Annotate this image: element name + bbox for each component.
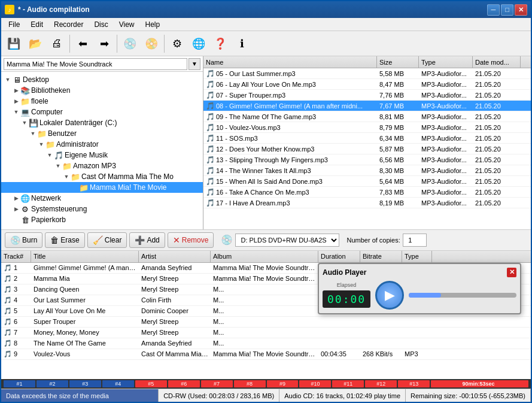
tree-item-desktop[interactable]: ▼ 🖥 Desktop <box>1 74 203 85</box>
clear-button[interactable]: 🧹 Clear <box>87 232 127 248</box>
tree-expand-netzwerk[interactable]: ▶ <box>12 194 20 202</box>
remove-button[interactable]: ✕ Remove <box>168 232 214 248</box>
tree-expand-amazonmp3[interactable]: ▼ <box>54 162 62 170</box>
tree-item-mammamia[interactable]: 📁 Mamma Mia! The Movie <box>1 182 203 193</box>
info-button[interactable]: ℹ <box>232 34 252 54</box>
track-row[interactable]: 🎵 6 Super Trouper Meryl Streep M... <box>1 317 531 328</box>
track-col-album[interactable]: Album <box>211 251 318 262</box>
track-cell-title: The Name Of The Game <box>31 340 139 347</box>
tree-item-lokaler[interactable]: ▼ 💾 Lokaler Datenträger (C:) <box>1 117 203 128</box>
burn-button[interactable]: 💿 Burn <box>5 232 42 248</box>
file-row[interactable]: 🎵11 - SOS.mp3 6,34 MB MP3-Audiofor... 21… <box>203 133 531 144</box>
play-button[interactable]: ▶ <box>375 281 404 310</box>
file-row[interactable]: 🎵17 - I Have A Dream.mp3 8,19 MB MP3-Aud… <box>203 198 531 208</box>
path-input[interactable] <box>4 58 187 70</box>
menu-help[interactable]: Help <box>141 19 165 30</box>
track-cell-artist: Dominic Cooper <box>139 307 211 314</box>
player-progress-bar[interactable] <box>409 293 516 298</box>
track-col-duration[interactable]: Duration <box>318 251 360 262</box>
tree-expand-systemsteuerung[interactable]: ▶ <box>12 205 20 213</box>
file-row[interactable]: 🎵07 - Super Trouper.mp3 7,76 MB MP3-Audi… <box>203 90 531 101</box>
remove-icon: ✕ <box>173 235 180 245</box>
file-row[interactable]: 🎵14 - The Winner Takes It All.mp3 8,30 M… <box>203 165 531 176</box>
menu-edit[interactable]: Edit <box>26 19 48 30</box>
col-header-size[interactable]: Size <box>377 56 419 68</box>
col-header-date[interactable]: Date mod... <box>473 56 521 68</box>
tree-item-castmamma[interactable]: ▼ 📁 Cast Of Mamma Mia The Mo <box>1 171 203 182</box>
file-cell-type: MP3-Audiofor... <box>419 113 473 120</box>
tree-item-administrator[interactable]: ▼ 📁 Administrator <box>1 139 203 150</box>
tree-area[interactable]: ▼ 🖥 Desktop ▶ 📚 Bibliotheken ▶ 📁 floele <box>1 72 203 229</box>
tree-item-amazonmp3[interactable]: ▼ 📁 Amazon MP3 <box>1 160 203 171</box>
track-col-bitrate[interactable]: Bitrate <box>360 251 402 262</box>
file-row[interactable]: 🎵15 - When All Is Said And Done.mp3 5,64… <box>203 176 531 187</box>
track-row[interactable]: 🎵 7 Money, Money, Money Meryl Streep M..… <box>1 328 531 338</box>
tree-expand-mammamia[interactable] <box>71 183 79 192</box>
col-header-type[interactable]: Type <box>419 56 473 68</box>
tree-item-floele[interactable]: ▶ 📁 floele <box>1 96 203 107</box>
tree-item-netzwerk[interactable]: ▶ 🌐 Netzwerk <box>1 193 203 204</box>
back-button[interactable]: ⬅ <box>72 34 93 54</box>
file-row[interactable]: 🎵05 - Our Last Summer.mp3 5,58 MB MP3-Au… <box>203 68 531 79</box>
track-cell-title: Money, Money, Money <box>31 329 139 336</box>
tree-expand-desktop[interactable]: ▼ <box>4 75 12 84</box>
tree-expand-eigenemusik[interactable]: ▼ <box>45 151 54 159</box>
open-button[interactable]: 📂 <box>25 34 45 54</box>
tree-item-computer[interactable]: ▼ 💻 Computer <box>1 107 203 117</box>
forward-button[interactable]: ➡ <box>94 34 114 54</box>
tree-expand-castmamma[interactable]: ▼ <box>62 172 71 181</box>
erase-button[interactable]: 🗑 Erase <box>45 232 84 248</box>
player-close-button[interactable]: ✕ <box>507 268 516 277</box>
close-button[interactable]: ✕ <box>515 4 527 16</box>
path-dropdown-button[interactable]: ▼ <box>189 58 200 70</box>
file-row[interactable]: 🎵06 - Lay All Your Love On Me.mp3 8,47 M… <box>203 79 531 90</box>
tree-item-bibliotheken[interactable]: ▶ 📚 Bibliotheken <box>1 85 203 96</box>
menu-file[interactable]: File <box>4 19 25 30</box>
tree-expand-bibliotheken[interactable]: ▶ <box>12 86 20 95</box>
maximize-button[interactable]: □ <box>501 4 513 16</box>
cd-button[interactable]: 💿 <box>120 34 140 54</box>
save-button[interactable]: 💾 <box>4 34 24 54</box>
dvd-button[interactable]: 📀 <box>141 34 162 54</box>
file-row[interactable]: 🎵12 - Does Your Mother Know.mp3 5,87 MB … <box>203 144 531 154</box>
print-button[interactable]: 🖨 <box>47 34 67 54</box>
player-header: Audio Player ✕ <box>323 268 516 277</box>
track-cell-album: M... <box>211 296 318 304</box>
track-col-title[interactable]: Title <box>31 251 139 262</box>
drive-dropdown[interactable]: D: PLDS DVD+RW DU-8A2S <box>235 234 339 247</box>
file-list[interactable]: 🎵05 - Our Last Summer.mp3 5,58 MB MP3-Au… <box>203 68 531 229</box>
file-row[interactable]: 🎵16 - Take A Chance On Me.mp3 7,83 MB MP… <box>203 187 531 198</box>
menu-recorder[interactable]: Recorder <box>49 19 88 30</box>
menu-disc[interactable]: Disc <box>89 19 113 30</box>
file-row[interactable]: 🎵10 - Voulez-Vous.mp3 8,79 MB MP3-Audiof… <box>203 122 531 133</box>
minimize-button[interactable]: ─ <box>487 4 500 16</box>
settings-button[interactable]: ⚙ <box>167 34 187 54</box>
track-col-artist[interactable]: Artist <box>139 251 211 262</box>
track-row[interactable]: 🎵 8 The Name Of The Game Amanda Seyfried… <box>1 338 531 349</box>
tree-item-eigenemusik[interactable]: ▼ 🎵 Eigene Musik <box>1 150 203 160</box>
tree-expand-lokaler[interactable]: ▼ <box>20 119 29 127</box>
copies-input[interactable] <box>403 234 427 247</box>
tree-item-systemsteuerung[interactable]: ▶ ⚙ Systemsteuerung <box>1 204 203 214</box>
help-button[interactable]: ❓ <box>210 34 230 54</box>
add-button[interactable]: ➕ Add <box>129 232 165 248</box>
tree-expand-administrator[interactable]: ▼ <box>37 140 45 149</box>
status-cd-info: CD-RW (Used: 00:28:03 / 283,16 MB) <box>159 389 279 402</box>
track-col-num[interactable]: Track# <box>1 251 31 262</box>
globe-button[interactable]: 🌐 <box>189 34 209 54</box>
track-row[interactable]: 🎵 9 Voulez-Vous Cast Of Mamma Mia The Mo… <box>1 349 531 360</box>
tree-expand-computer[interactable]: ▼ <box>12 108 20 116</box>
file-cell-date: 21.05.20 <box>473 156 521 163</box>
file-cell-name: 🎵08 - Gimme! Gimme! Gimme! (A man after … <box>203 102 377 110</box>
file-row[interactable]: 🎵13 - Slipping Through My Fingers.mp3 6,… <box>203 154 531 165</box>
track-icon: 🎵 <box>4 286 12 293</box>
menu-view[interactable]: View <box>114 19 139 30</box>
tree-expand-floele[interactable]: ▶ <box>12 97 20 105</box>
tree-item-benutzer[interactable]: ▼ 📁 Benutzer <box>1 128 203 139</box>
file-row[interactable]: 🎵08 - Gimme! Gimme! Gimme! (A man after … <box>203 101 531 111</box>
track-col-type[interactable]: Type <box>402 251 432 262</box>
tree-item-papierkorb[interactable]: 🗑 Papierkorb <box>1 214 203 225</box>
file-row[interactable]: 🎵09 - The Name Of The Game.mp3 8,81 MB M… <box>203 111 531 122</box>
tree-expand-benutzer[interactable]: ▼ <box>29 129 37 138</box>
col-header-name[interactable]: Name <box>203 56 377 68</box>
